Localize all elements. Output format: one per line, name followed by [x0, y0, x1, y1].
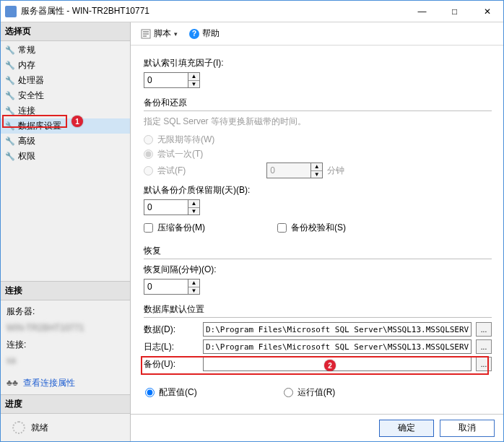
spin-down[interactable]: ▼ — [188, 208, 199, 215]
script-button[interactable]: 脚本 ▾ — [138, 26, 181, 41]
progress-header: 进度 — [1, 395, 130, 414]
sidebar-item-general[interactable]: 🔧常规 — [1, 43, 130, 58]
retention-input[interactable] — [144, 199, 188, 215]
try-once-label: 尝试一次(T) — [157, 148, 203, 160]
retention-label: 默认备份介质保留期(天)(B): — [144, 184, 250, 196]
spin-down[interactable]: ▼ — [188, 287, 199, 295]
backup-checksum-check[interactable]: 备份校验和(S) — [277, 222, 346, 234]
titlebar: 服务器属性 - WIN-TR2BHT10771 — □ ✕ — [1, 1, 503, 22]
script-icon — [141, 29, 151, 39]
help-button[interactable]: ? 帮助 — [186, 26, 222, 41]
highlight-box-1 — [2, 115, 67, 128]
progress-spinner-icon — [12, 421, 25, 434]
browse-data-button[interactable]: ... — [476, 322, 492, 337]
try-for-label: 尝试(F) — [157, 165, 186, 177]
fill-factor-label: 默认索引填充因子(I): — [144, 57, 224, 69]
sidebar-item-permissions[interactable]: 🔧权限 — [1, 149, 130, 164]
connection-header: 连接 — [1, 282, 130, 300]
try-for-radio — [144, 166, 153, 176]
dialog-footer: 确定 取消 — [131, 414, 503, 441]
connection-value: sa — [6, 352, 16, 369]
data-path-input[interactable] — [203, 322, 472, 337]
sidebar-item-processors[interactable]: 🔧处理器 — [1, 73, 130, 88]
recovery-header: 恢复 — [144, 243, 492, 259]
page-list: 🔧常规 🔧内存 🔧处理器 🔧安全性 🔧连接 🔧数据库设置 🔧高级 🔧权限 — [1, 41, 130, 165]
spin-up[interactable]: ▲ — [188, 280, 199, 287]
configured-values-radio[interactable]: 配置值(C) — [145, 386, 197, 399]
spin-down[interactable]: ▼ — [188, 81, 199, 88]
sidebar-item-memory[interactable]: 🔧内存 — [1, 58, 130, 73]
chevron-down-icon: ▾ — [174, 30, 178, 38]
recovery-interval-label: 恢复间隔(分钟)(O): — [144, 264, 217, 276]
wait-infinite-radio — [144, 135, 153, 144]
server-value: WIN-TR2BHT10771 — [6, 320, 84, 337]
recovery-interval-spin[interactable]: ▲▼ — [144, 279, 200, 295]
sidebar-item-advanced[interactable]: 🔧高级 — [1, 134, 130, 149]
compress-backup-check[interactable]: 压缩备份(M) — [144, 222, 205, 234]
app-icon — [5, 6, 17, 17]
wrench-icon: 🔧 — [5, 91, 15, 100]
annotation-badge-2: 2 — [324, 360, 336, 371]
wait-infinite-label: 无限期等待(W) — [157, 134, 214, 146]
default-locations-header: 数据库默认位置 — [144, 302, 492, 318]
wrench-icon: 🔧 — [5, 152, 15, 161]
content-area: 默认索引填充因子(I): ▲▼ 备份和还原 指定 SQL Server 等待更换… — [131, 46, 503, 414]
browse-log-button[interactable]: ... — [476, 339, 492, 354]
sidebar: 选择页 🔧常规 🔧内存 🔧处理器 🔧安全性 🔧连接 🔧数据库设置 🔧高级 🔧权限… — [1, 22, 131, 441]
server-properties-window: 服务器属性 - WIN-TR2BHT10771 — □ ✕ 选择页 🔧常规 🔧内… — [0, 0, 504, 442]
window-title: 服务器属性 - WIN-TR2BHT10771 — [21, 5, 406, 17]
data-path-label: 数据(D): — [144, 324, 199, 336]
ok-button[interactable]: 确定 — [379, 420, 434, 437]
fill-factor-input[interactable] — [144, 72, 188, 88]
wrench-icon: 🔧 — [5, 61, 15, 70]
cancel-button[interactable]: 取消 — [440, 420, 495, 437]
log-path-label: 日志(L): — [144, 341, 199, 353]
sidebar-item-security[interactable]: 🔧安全性 — [1, 88, 130, 103]
wrench-icon: 🔧 — [5, 76, 15, 85]
try-for-input — [266, 162, 311, 178]
running-values-radio[interactable]: 运行值(R) — [284, 386, 336, 399]
minutes-label: 分钟 — [327, 165, 344, 177]
wrench-icon: 🔧 — [5, 46, 15, 55]
maximize-button[interactable]: □ — [438, 1, 471, 22]
backup-restore-header: 备份和还原 — [144, 95, 492, 111]
spin-up[interactable]: ▲ — [188, 73, 199, 81]
try-once-radio — [144, 150, 153, 159]
highlight-box-2 — [141, 356, 489, 375]
tape-hint: 指定 SQL Server 等待更换新磁带的时间。 — [144, 116, 492, 128]
view-connection-properties-link[interactable]: 查看连接属性 — [23, 378, 75, 388]
close-button[interactable]: ✕ — [471, 1, 503, 22]
main-panel: 脚本 ▾ ? 帮助 默认索引填充因子(I): ▲▼ — [131, 22, 503, 441]
spin-down: ▼ — [311, 171, 322, 178]
annotation-badge-1: 1 — [71, 116, 83, 127]
connection-label: 连接: — [6, 337, 124, 353]
log-path-input[interactable] — [203, 339, 472, 354]
minimize-button[interactable]: — — [406, 1, 438, 22]
retention-spin[interactable]: ▲▼ — [144, 199, 200, 215]
spin-up[interactable]: ▲ — [188, 200, 199, 208]
server-label: 服务器: — [6, 303, 124, 320]
select-page-header: 选择页 — [1, 22, 130, 41]
help-icon: ? — [189, 29, 199, 39]
connection-icon: ♣♣ — [6, 375, 18, 391]
recovery-interval-input[interactable] — [144, 279, 188, 295]
toolbar: 脚本 ▾ ? 帮助 — [131, 22, 503, 46]
spin-up: ▲ — [311, 163, 322, 171]
try-for-spin: ▲▼ — [266, 162, 323, 178]
wrench-icon: 🔧 — [5, 136, 15, 146]
progress-status: 就绪 — [31, 420, 48, 436]
fill-factor-spin[interactable]: ▲▼ — [144, 72, 200, 88]
